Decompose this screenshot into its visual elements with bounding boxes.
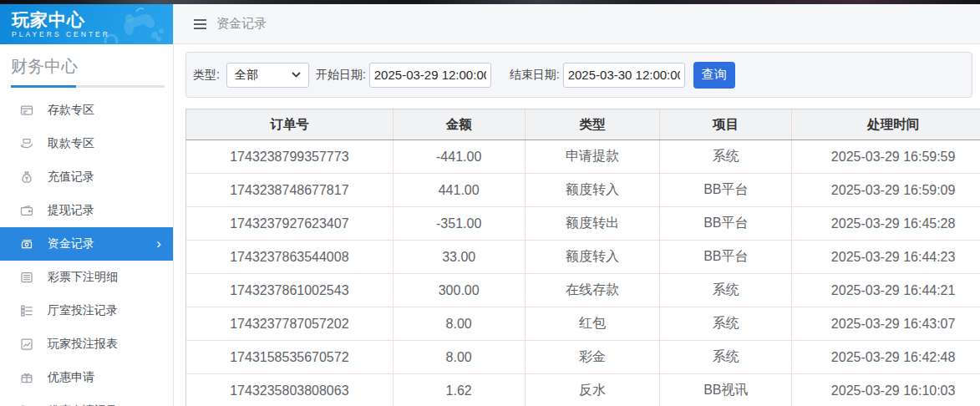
- table-cell: 2025-03-29 16:42:48: [792, 341, 980, 373]
- brand-header: 玩家中心 PLAYERS CENTER: [0, 4, 173, 44]
- table-row: 1743237861002543300.00在线存款系统2025-03-29 1…: [185, 274, 980, 307]
- sidebar-item-funds-records[interactable]: 资金记录›: [0, 227, 173, 261]
- table-cell: 1743235803808063: [186, 374, 394, 406]
- filter-bar: 类型: 全部 开始日期: 结束日期: 查询: [185, 52, 972, 98]
- table-row: 17432377870572028.00红包系统2025-03-29 16:43…: [185, 307, 980, 341]
- table-cell: 1743237787057202: [186, 307, 394, 340]
- table-cell: 1.62: [394, 374, 526, 406]
- start-date-input[interactable]: [369, 63, 491, 88]
- search-button[interactable]: 查询: [693, 62, 735, 89]
- gamepad-icon: [99, 5, 171, 43]
- type-label: 类型:: [193, 68, 220, 83]
- sidebar-item-label: 提现记录: [48, 203, 161, 218]
- table-cell: -441.00: [394, 140, 526, 173]
- type-select[interactable]: 全部: [226, 63, 309, 88]
- sidebar-item-promo-application[interactable]: 优惠申请›: [0, 361, 173, 394]
- banknote-icon: [20, 237, 33, 251]
- table-row: 1743237927623407-351.00额度转出BB平台2025-03-2…: [185, 207, 980, 241]
- main-content: 资金记录 类型: 全部 开始日期: 结束日期: 查询 订单号金额类型项目处理时间…: [174, 4, 980, 406]
- table-cell: 2025-03-29 16:10:03: [792, 374, 980, 406]
- sidebar-item-recharge-records[interactable]: 充值记录›: [0, 160, 173, 194]
- sidebar-item-deposit-zone[interactable]: 存款专区›: [0, 94, 173, 127]
- table-cell: 2025-03-29 16:44:23: [792, 241, 980, 273]
- table-cell: 红包: [526, 307, 661, 340]
- column-header-4: 处理时间: [792, 109, 980, 140]
- sidebar-item-label: 玩家投注报表: [48, 337, 161, 352]
- table-cell: 2025-03-29 16:44:21: [792, 274, 980, 307]
- table-cell: 额度转入: [526, 241, 661, 273]
- records-table: 订单号金额类型项目处理时间 1743238799357773-441.00申请提…: [185, 109, 980, 406]
- table-cell: BB视讯: [660, 374, 792, 406]
- table-row: 1743238748677817441.00额度转入BB平台2025-03-29…: [185, 174, 980, 207]
- topbar: 资金记录: [174, 4, 980, 44]
- table-cell: 8.00: [394, 307, 526, 340]
- table-cell: 33.00: [394, 241, 526, 273]
- sidebar-item-hall-bet-records[interactable]: 厅室投注记录›: [0, 294, 173, 327]
- table-cell: 1743237863544008: [186, 241, 394, 273]
- table-cell: 1743238748677817: [186, 174, 394, 206]
- chart-icon: [20, 337, 33, 351]
- table-cell: 系统: [660, 140, 792, 173]
- table-cell: 8.00: [394, 341, 526, 373]
- section-underline: [11, 85, 165, 88]
- table-cell: 300.00: [394, 274, 526, 307]
- sidebar-item-label: 取款专区: [48, 136, 161, 151]
- table-row: 1743238799357773-441.00申请提款系统2025-03-29 …: [185, 140, 980, 174]
- withdraw-hand-icon: [20, 137, 33, 150]
- table-cell: BB平台: [660, 207, 792, 240]
- table-cell: 2025-03-29 16:45:28: [792, 207, 980, 240]
- table-cell: 1743158535670572: [186, 341, 394, 373]
- sidebar-item-player-bet-report[interactable]: 玩家投注报表›: [0, 327, 173, 361]
- money-bag-icon: [20, 170, 33, 184]
- table-cell: 2025-03-29 16:59:59: [792, 140, 980, 173]
- document-list-icon: [20, 271, 33, 284]
- sidebar-item-promo-application-records[interactable]: 优惠申请记录›: [0, 394, 173, 406]
- table-cell: 系统: [660, 274, 792, 307]
- chevron-down-icon: [292, 72, 301, 78]
- wallet-icon: [20, 204, 33, 217]
- table-cell: 彩金: [526, 341, 661, 373]
- sidebar-item-withdrawal-records[interactable]: 提现记录›: [0, 194, 173, 227]
- table-cell: 系统: [660, 341, 792, 373]
- sidebar-item-label: 厅室投注记录: [48, 303, 161, 318]
- table-row: 17432358038080631.62反水BB视讯2025-03-29 16:…: [185, 374, 980, 406]
- sidebar-section: 财务中心: [0, 44, 173, 88]
- sidebar-section-title: 财务中心: [11, 55, 165, 78]
- table-header-row: 订单号金额类型项目处理时间: [185, 109, 980, 140]
- start-date-label: 开始日期:: [316, 68, 366, 83]
- table-cell: 申请提款: [526, 140, 661, 173]
- table-cell: 反水: [526, 374, 661, 406]
- table-row: 17431585356705728.00彩金系统2025-03-29 16:42…: [185, 341, 980, 374]
- sidebar-menu: 存款专区›取款专区›充值记录›提现记录›资金记录›彩票下注明细›厅室投注记录›玩…: [0, 94, 173, 406]
- column-header-3: 项目: [660, 109, 792, 140]
- table-cell: 系统: [660, 307, 792, 340]
- table-cell: -351.00: [394, 207, 526, 240]
- sidebar-item-withdraw-zone[interactable]: 取款专区›: [0, 127, 173, 160]
- table-cell: 额度转出: [526, 207, 661, 240]
- deposit-icon: [20, 104, 33, 117]
- table-cell: 1743238799357773: [186, 140, 394, 173]
- table-cell: 1743237927623407: [186, 207, 394, 240]
- app-layout: 玩家中心 PLAYERS CENTER 财务中心 存款专区›取款专区›充值: [0, 4, 980, 406]
- table-row: 174323786354400833.00额度转入BB平台2025-03-29 …: [185, 241, 980, 274]
- end-date-input[interactable]: [563, 63, 685, 88]
- menu-toggle-icon[interactable]: [194, 19, 206, 29]
- table-cell: 1743237861002543: [186, 274, 394, 307]
- gift-icon: [20, 371, 33, 384]
- table-cell: 额度转入: [526, 174, 661, 206]
- page-title: 资金记录: [216, 16, 267, 32]
- sidebar-item-label: 资金记录: [48, 236, 156, 251]
- table-body: 1743238799357773-441.00申请提款系统2025-03-29 …: [185, 140, 980, 406]
- sidebar-item-lottery-bet-details[interactable]: 彩票下注明细›: [0, 261, 173, 294]
- sidebar-item-label: 存款专区: [48, 103, 161, 118]
- table-cell: 2025-03-29 16:43:07: [792, 307, 980, 340]
- checklist-icon: [20, 304, 33, 317]
- table-cell: 2025-03-29 16:59:09: [792, 174, 980, 206]
- end-date-label: 结束日期:: [510, 68, 560, 83]
- column-header-1: 金额: [394, 109, 526, 140]
- chevron-right-icon: ›: [156, 237, 161, 251]
- table-cell: 在线存款: [526, 274, 661, 307]
- column-header-0: 订单号: [186, 109, 394, 140]
- table-cell: 441.00: [394, 174, 526, 206]
- sidebar-item-label: 彩票下注明细: [48, 270, 161, 285]
